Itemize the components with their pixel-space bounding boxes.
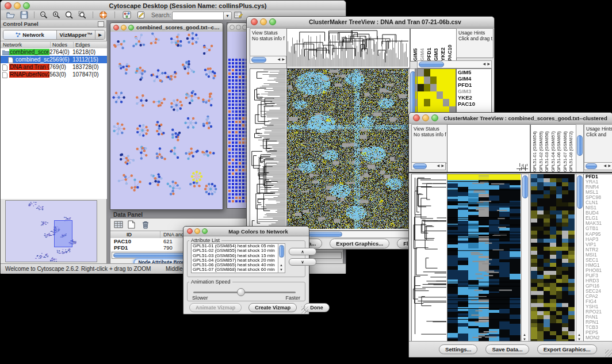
row-dendrogram[interactable] (411, 174, 448, 343)
zoom-button[interactable] (269, 18, 276, 25)
zoompanel-hscrollbar[interactable] (417, 60, 492, 68)
row-label[interactable]: PAC10 (457, 101, 491, 107)
column-label[interactable]: GIM3 (433, 29, 440, 61)
new-attribute-file-icon[interactable] (128, 220, 137, 229)
zoom-in-icon[interactable] (52, 11, 61, 19)
matrix-cell[interactable] (437, 69, 443, 76)
close-button[interactable] (5, 2, 12, 9)
matrix-cell[interactable] (449, 91, 456, 99)
zoom-button[interactable] (202, 228, 208, 234)
matrix-cell[interactable] (443, 76, 449, 84)
column-label[interactable]: GPL51-01 (GSM854) (532, 125, 538, 172)
matrix-cell[interactable] (437, 84, 443, 91)
matrix-cell[interactable] (418, 91, 424, 99)
settings-button[interactable]: Settings... (439, 344, 477, 354)
scroll-up-icon[interactable] (523, 333, 526, 336)
column-label[interactable]: GPL51-03 (GSM856) (544, 125, 550, 172)
matrix-cell[interactable] (424, 91, 430, 99)
matrix-cell[interactable] (430, 69, 437, 76)
matrix-cell[interactable] (424, 84, 430, 91)
column-label[interactable]: PAC10 (447, 29, 454, 61)
row-label[interactable]: PFD1 (457, 82, 491, 88)
scroll-down-icon[interactable] (280, 268, 283, 271)
zoom-button[interactable] (128, 25, 134, 30)
matrix-cell[interactable] (443, 99, 449, 106)
save-data-button[interactable]: Save Data... (485, 344, 529, 354)
matrix-cell[interactable] (418, 76, 424, 84)
matrix-cell[interactable] (418, 84, 424, 91)
scroll-left-icon[interactable] (603, 164, 606, 167)
matrix-cell[interactable] (424, 76, 430, 84)
scroll-left-icon[interactable] (277, 58, 280, 61)
matrix-cell[interactable] (449, 84, 456, 91)
matrix-cell[interactable] (430, 76, 437, 84)
column-label[interactable]: GIM4 (419, 29, 426, 61)
matrix-cell[interactable] (449, 69, 456, 76)
matrix-cell[interactable] (430, 84, 437, 91)
view-status-hscrollbar[interactable] (250, 56, 286, 64)
close-button[interactable] (113, 25, 119, 30)
minimize-button[interactable] (260, 18, 267, 25)
col-network[interactable]: Network (3, 42, 22, 48)
attribute-list[interactable]: GPL51-01 (GSM854) heat shock 05 minGPL51… (191, 243, 278, 273)
treeview2-title-bar[interactable]: ClusterMaker TreeView : combined_scores_… (409, 113, 612, 124)
zoom-panel-vscrollbar[interactable] (576, 174, 584, 343)
scroll-left-icon[interactable] (437, 164, 439, 167)
annotation-icon[interactable] (137, 11, 146, 19)
close-button[interactable] (251, 18, 258, 25)
matrix-cell[interactable] (418, 99, 424, 106)
heatmap-main[interactable] (447, 174, 522, 343)
treeview1-title-bar[interactable]: ClusterMaker TreeView : DNA and Tran 07-… (247, 17, 494, 28)
column-label[interactable]: GPL51-06 (GSM865) (556, 125, 563, 172)
column-label[interactable]: GPL51-08 (GSM872) (568, 125, 575, 172)
dialog-title-bar[interactable]: Map Colors to Network (183, 227, 309, 236)
export-graphics-button[interactable]: Export Graphics... (330, 239, 389, 248)
zoom-button[interactable] (431, 114, 438, 121)
minimize-button[interactable] (236, 25, 241, 30)
network-table-row[interactable]: RNAPuberNov2+ 563(0) 107847(0) (1, 71, 107, 78)
network-table-row[interactable]: combined_sco 2569(6) 13112(15) (1, 56, 107, 63)
heatmap-zoom-panel[interactable] (530, 174, 576, 343)
matrix-cell[interactable] (430, 91, 437, 99)
network-table-row[interactable]: combined_scores 2764(0) 16218(0) (1, 48, 107, 56)
attribute-list-vscrollbar[interactable] (278, 243, 285, 273)
scroll-right-icon[interactable] (487, 62, 490, 66)
minimize-button[interactable] (422, 114, 429, 121)
animation-speed-slider-thumb[interactable] (237, 288, 245, 296)
column-label[interactable]: GPL51-07 (GSM868) (563, 125, 569, 172)
tab-network[interactable]: Network (3, 30, 57, 39)
save-icon[interactable] (20, 11, 29, 19)
float-panel-icon[interactable] (98, 21, 104, 27)
resize-grip[interactable] (605, 350, 612, 357)
row-label[interactable]: GIM5 (457, 69, 491, 75)
matrix-cell[interactable] (437, 76, 443, 84)
network-view-title-bar[interactable]: combined_scores_good.txt--cluste... (110, 23, 223, 32)
network-table-row[interactable]: DNA and Tran 07 769(0) 183728(0) (1, 63, 107, 71)
matrix-cell[interactable] (437, 99, 443, 106)
main-title-bar[interactable]: Cytoscape Desktop (Session Name: collins… (1, 1, 346, 11)
minimize-button[interactable] (14, 2, 21, 9)
close-button[interactable] (413, 114, 420, 121)
create-vizmap-button[interactable]: Create Vizmap (248, 303, 297, 312)
network-view-2-title-bar[interactable] (227, 23, 247, 32)
matrix-cell[interactable] (418, 69, 424, 76)
col-nodes[interactable]: Nodes (52, 42, 67, 48)
row-dendrogram[interactable] (250, 68, 288, 231)
attribute-select-table-icon[interactable] (114, 220, 123, 229)
scroll-left-icon[interactable] (483, 62, 485, 66)
column-dendrogram[interactable] (286, 28, 410, 68)
open-folder-icon[interactable] (6, 11, 15, 19)
animate-vizmap-button[interactable]: Animate Vizmap (189, 303, 242, 312)
scroll-up-icon[interactable] (577, 333, 581, 336)
resize-grip[interactable] (301, 306, 308, 313)
search-input[interactable] (172, 12, 226, 20)
gene-label[interactable]: MON2 (584, 335, 612, 340)
tab-vizmapper[interactable]: VizMapper™ (57, 30, 95, 39)
column-label[interactable]: GPL51-02 (GSM855) (538, 125, 545, 172)
matrix-cell[interactable] (443, 91, 449, 99)
matrix-cell[interactable] (443, 69, 449, 76)
zoom-selected-icon[interactable] (78, 11, 87, 19)
tab-overflow-button[interactable]: ▶ (95, 30, 105, 39)
column-label[interactable]: PFD1 (426, 29, 433, 61)
network-overview-panel[interactable] (5, 200, 97, 262)
